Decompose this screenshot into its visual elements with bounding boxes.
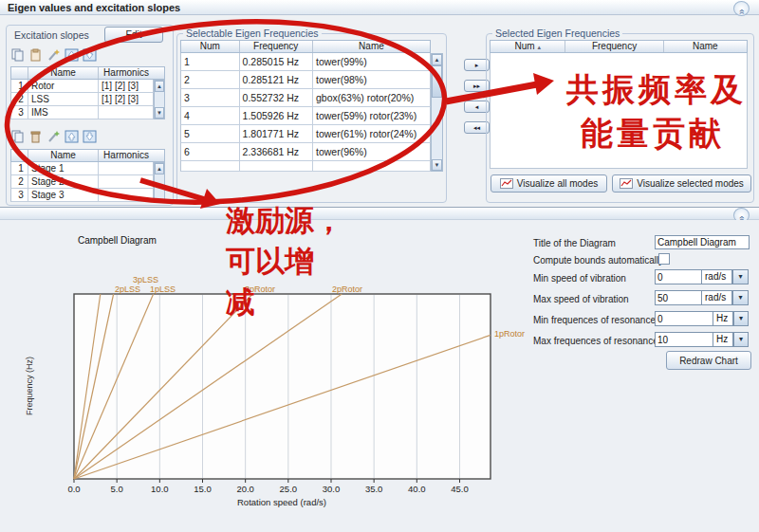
table-row[interactable]: 2 LSS [1] [2] [3] <box>10 93 154 106</box>
table-row[interactable]: 3 IMS <box>10 106 154 119</box>
scroll-down-icon[interactable]: ▼ <box>432 159 442 171</box>
column-header-frequency[interactable]: Frequency <box>565 41 663 52</box>
trash-icon[interactable] <box>28 130 43 143</box>
freq-num: 2 <box>181 71 240 88</box>
wand-icon[interactable] <box>46 48 61 62</box>
selectable-frequencies-table: Num Frequency Name 1 0.285015 Hz tower(9… <box>180 40 431 172</box>
column-header-num[interactable]: Num <box>181 41 240 52</box>
selectable-panel-title: Selectable Eigen Frequencies <box>183 28 322 39</box>
x-tick-label: 25.0 <box>280 484 298 494</box>
stage-harmonics <box>99 189 153 201</box>
freq-value: 0.285015 Hz <box>240 53 313 70</box>
edit-button-label: Edit <box>125 29 141 40</box>
source-harmonics <box>99 106 153 119</box>
freq-value: 0.285121 Hz <box>240 71 313 88</box>
stage-name: Stage 1 <box>28 162 99 174</box>
freq-name: tower(61%) rotor(24%) <box>313 125 430 142</box>
import-icon[interactable] <box>65 48 79 62</box>
series-label-3pLSS: 3pLSS <box>133 275 158 284</box>
column-header-num[interactable]: Num ▴ <box>491 41 565 52</box>
freq-num: 3 <box>181 89 240 106</box>
table-row[interactable]: 2 Stage 2 <box>10 175 154 189</box>
column-header-name[interactable]: Name <box>313 41 430 52</box>
x-tick-label: 0.0 <box>67 484 80 494</box>
export-icon[interactable] <box>83 130 97 143</box>
page-header: Eigen values and excitation slopes <box>0 0 759 15</box>
diagram-title-input[interactable] <box>655 235 750 249</box>
visualize-selected-modes-button[interactable]: Visualize selected modes <box>612 174 751 193</box>
series-label-2pRotor: 2pRotor <box>332 284 362 294</box>
scroll-up-icon[interactable]: ▲ <box>155 81 164 92</box>
rownum-header[interactable] <box>11 150 28 161</box>
max-speed-unit: rad/s <box>702 290 732 305</box>
column-header-frequency[interactable]: Frequency <box>240 41 313 52</box>
copy-icon[interactable] <box>10 130 25 143</box>
freq-value: 1.505926 Hz <box>240 107 313 124</box>
page-title: Eigen values and excitation slopes <box>8 2 180 13</box>
import-icon[interactable] <box>65 130 79 143</box>
min-speed-unit: rad/s <box>702 269 732 284</box>
right-arrow-icon: ▸ <box>475 60 479 70</box>
table-row[interactable]: 1 0.285015 Hz tower(99%) <box>180 53 431 71</box>
x-tick-label: 35.0 <box>365 484 383 494</box>
source-harmonics: [1] [2] [3] <box>99 93 153 105</box>
column-header-name[interactable]: Name <box>28 150 99 161</box>
min-freq-unit-dropdown[interactable]: ▾ <box>733 311 749 326</box>
table-row[interactable]: 3 Stage 3 <box>10 189 154 202</box>
stage-harmonics <box>99 175 153 188</box>
scroll-up-icon[interactable]: ▲ <box>432 54 442 65</box>
freq-name: tower(96%) <box>313 143 430 160</box>
source-harmonics: [1] [2] [3] <box>99 80 153 92</box>
stage-name: Stage 2 <box>28 175 99 188</box>
max-freq-input[interactable] <box>655 332 713 347</box>
export-icon[interactable] <box>83 48 97 62</box>
rownum-header[interactable] <box>11 67 28 79</box>
source-name: LSS <box>28 93 99 105</box>
collapse-top-button[interactable]: » <box>733 1 750 16</box>
wand-icon[interactable] <box>46 130 61 143</box>
edit-button[interactable]: Edit <box>104 27 163 43</box>
column-header-name[interactable]: Name <box>28 67 99 79</box>
row-num: 2 <box>11 175 28 188</box>
chevrons-up-icon: » <box>735 9 748 15</box>
min-freq-input[interactable] <box>655 311 713 326</box>
left-arrow-icon: ◂ <box>475 101 479 112</box>
sources-toolbar <box>10 48 97 62</box>
sources-scrollbar[interactable]: ▲ ▼ <box>154 80 165 119</box>
y-axis-label: Frequency (Hz) <box>25 334 34 438</box>
min-speed-input[interactable] <box>655 269 702 284</box>
table-row[interactable]: 1 Stage 1 <box>10 162 154 175</box>
min-speed-unit-dropdown[interactable]: ▾ <box>732 269 749 284</box>
stage-name: Stage 3 <box>28 189 99 201</box>
series-label-3pRotor: 3pRotor <box>245 284 275 294</box>
x-tick-label: 40.0 <box>408 484 426 494</box>
column-header-harmonics[interactable]: Harmonics <box>99 150 154 161</box>
max-speed-unit-dropdown[interactable]: ▾ <box>732 290 749 305</box>
column-header-harmonics[interactable]: Harmonics <box>99 67 154 79</box>
selectable-scrollbar[interactable]: ▲ ▼ <box>431 53 443 172</box>
scrollbar-thumb[interactable] <box>432 65 442 98</box>
table-row[interactable]: 4 1.505926 Hz tower(59%) rotor(23%) <box>180 107 431 125</box>
table-row[interactable]: 5 1.801771 Hz tower(61%) rotor(24%) <box>180 125 431 143</box>
column-header-name[interactable]: Name <box>664 41 747 52</box>
scroll-up-icon[interactable]: ▲ <box>155 163 164 174</box>
stages-scrollbar[interactable]: ▲ <box>154 162 165 203</box>
x-axis-label: Rotation speed (rad/s) <box>206 497 358 507</box>
scroll-down-icon[interactable]: ▼ <box>155 107 164 119</box>
source-name: IMS <box>28 106 99 119</box>
max-speed-input[interactable] <box>655 290 702 305</box>
table-row[interactable]: 6 2.336681 Hz tower(96%) <box>180 143 431 161</box>
max-freq-unit-dropdown[interactable]: ▾ <box>733 332 749 347</box>
freq-num: 1 <box>181 53 240 70</box>
min-freq-label: Min frequences of resonance <box>533 315 656 325</box>
selected-table-empty-body[interactable] <box>490 53 748 169</box>
excitation-panel-title: Excitation slopes <box>11 29 92 41</box>
paste-icon[interactable] <box>28 48 43 62</box>
table-row[interactable]: 1 Rotor [1] [2] [3] <box>10 80 154 93</box>
table-row[interactable]: 2 0.285121 Hz tower(98%) <box>180 71 431 89</box>
visualize-all-modes-button[interactable]: Visualize all modes <box>491 174 607 193</box>
compute-bounds-checkbox[interactable] <box>658 253 670 265</box>
table-row[interactable]: 3 0.552732 Hz gbox(63%) rotor(20%) <box>180 89 431 107</box>
redraw-chart-button[interactable]: Redraw Chart <box>666 351 751 370</box>
copy-icon[interactable] <box>10 48 25 62</box>
